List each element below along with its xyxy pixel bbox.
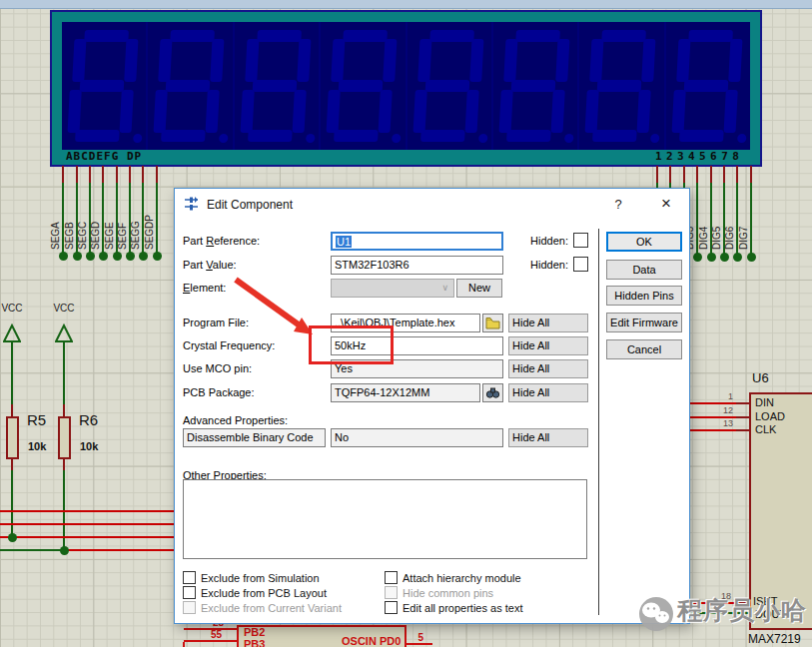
- net-label[interactable]: DIG4: [698, 227, 709, 250]
- pin-number: 13: [715, 418, 733, 428]
- seven-seg-digit: [148, 22, 234, 150]
- pin-name: PB2: [244, 626, 265, 638]
- cancel-button[interactable]: Cancel: [606, 339, 682, 359]
- display-pin[interactable]: [669, 166, 671, 183]
- wire[interactable]: [63, 342, 65, 404]
- program-file-label: Program File:: [183, 317, 249, 328]
- dialog-title: Edit Component: [207, 198, 293, 212]
- attach-hierarchy-checkbox[interactable]: [385, 571, 398, 584]
- display-pin[interactable]: [750, 166, 752, 183]
- wire[interactable]: [183, 642, 185, 647]
- chip-pin[interactable]: [406, 643, 432, 645]
- hidden-ref-checkbox[interactable]: [573, 233, 588, 248]
- wire[interactable]: [11, 470, 13, 538]
- attach-hierarchy-label: Attach hierarchy module: [403, 572, 521, 584]
- seven-seg-digit: [235, 22, 321, 150]
- exclude-variant-checkbox: [183, 601, 196, 614]
- display-pin[interactable]: [710, 166, 712, 183]
- net-label[interactable]: SEGF: [117, 223, 128, 250]
- wire[interactable]: [690, 402, 736, 404]
- folder-icon: [485, 317, 500, 329]
- net-label[interactable]: SEGC: [77, 222, 88, 250]
- hide-common-pins-checkbox: [385, 586, 398, 599]
- net-label[interactable]: DIG6: [724, 227, 735, 250]
- chip-pin[interactable]: [736, 429, 749, 431]
- display-pin[interactable]: [76, 166, 78, 183]
- close-icon[interactable]: ×: [656, 194, 676, 214]
- crystal-frequency-visibility-combo[interactable]: Hide All: [508, 336, 588, 355]
- pcb-package-visibility-combo[interactable]: Hide All: [508, 383, 588, 402]
- program-file-visibility-combo[interactable]: Hide All: [508, 314, 588, 332]
- display-pin[interactable]: [116, 166, 118, 183]
- data-button[interactable]: Data: [606, 260, 682, 280]
- resistor-pin[interactable]: [11, 404, 13, 416]
- display-pin[interactable]: [129, 166, 131, 183]
- net-label[interactable]: DIG5: [711, 227, 722, 250]
- hidden-value-checkbox[interactable]: [573, 257, 588, 272]
- edit-all-properties-label: Edit all properties as text: [403, 602, 522, 614]
- other-properties-textarea[interactable]: [183, 479, 587, 559]
- net-label[interactable]: SEGG: [130, 221, 141, 250]
- part-value-input[interactable]: STM32F103R6: [331, 256, 503, 275]
- net-label[interactable]: SEGD: [90, 222, 101, 250]
- browse-file-button[interactable]: [482, 314, 503, 332]
- net-label[interactable]: SEGA: [50, 222, 61, 250]
- wire-dig7[interactable]: [750, 183, 752, 257]
- edit-firmware-button[interactable]: Edit Firmware: [606, 313, 682, 332]
- display-pin[interactable]: [736, 166, 738, 183]
- net-label[interactable]: SEGE: [104, 222, 115, 250]
- wire[interactable]: [690, 429, 736, 431]
- seven-segment-display[interactable]: ABCDEFG DP 12345678: [50, 10, 762, 167]
- seven-seg-digit: [579, 22, 665, 150]
- seven-seg-digit: [407, 22, 493, 150]
- exclude-pcb-checkbox[interactable]: [183, 586, 196, 599]
- search-package-button[interactable]: [482, 383, 503, 402]
- ok-button[interactable]: OK: [606, 232, 682, 252]
- resistor-pin[interactable]: [63, 404, 65, 416]
- wire[interactable]: [11, 342, 13, 404]
- net-label[interactable]: SEGB: [64, 222, 75, 250]
- chip-pin[interactable]: [736, 402, 749, 404]
- resistor-r6[interactable]: [58, 416, 71, 459]
- element-combo: [331, 279, 454, 298]
- resistor-pin[interactable]: [63, 459, 65, 470]
- display-pin[interactable]: [62, 166, 64, 183]
- part-reference-label: Part Reference:: [183, 235, 260, 247]
- resistor-r5[interactable]: [6, 416, 19, 459]
- junction-dot: [73, 252, 82, 261]
- chip-pin[interactable]: [736, 416, 749, 418]
- display-pin[interactable]: [723, 166, 725, 183]
- use-mco-visibility-combo[interactable]: Hide All: [508, 359, 588, 378]
- help-button[interactable]: ?: [610, 197, 626, 213]
- chip-ref: U6: [752, 370, 769, 385]
- display-pin[interactable]: [89, 166, 91, 183]
- pcb-package-combo[interactable]: TQFP64-12X12MM: [331, 383, 480, 402]
- hide-common-pins-label: Hide common pins: [403, 587, 493, 599]
- seven-seg-digit: [62, 22, 148, 150]
- use-mco-label: Use MCO pin:: [183, 362, 252, 374]
- advanced-value-combo[interactable]: No: [331, 428, 503, 447]
- display-pin[interactable]: [102, 166, 104, 183]
- display-pin[interactable]: [142, 166, 144, 183]
- junction-dot: [693, 253, 702, 262]
- advanced-property-combo[interactable]: Disassemble Binary Code: [183, 428, 326, 447]
- exclude-simulation-checkbox[interactable]: [183, 571, 196, 584]
- display-pin[interactable]: [696, 166, 698, 183]
- resistor-value: 10k: [28, 440, 46, 452]
- resistor-pin[interactable]: [11, 459, 13, 470]
- display-pin[interactable]: [656, 166, 658, 183]
- wire[interactable]: [0, 549, 64, 551]
- chip-pin[interactable]: [184, 640, 237, 642]
- display-pin[interactable]: [683, 166, 685, 183]
- dialog-titlebar[interactable]: Edit Component ? ×: [175, 189, 689, 219]
- edit-all-properties-checkbox[interactable]: [385, 601, 398, 614]
- new-element-button[interactable]: New: [456, 279, 502, 298]
- hidden-pins-button[interactable]: Hidden Pins: [606, 286, 682, 306]
- net-label[interactable]: SEGDP: [144, 215, 155, 250]
- part-reference-input[interactable]: U1: [331, 232, 503, 251]
- advanced-visibility-combo[interactable]: Hide All: [508, 428, 588, 447]
- net-label[interactable]: DIG7: [738, 227, 749, 250]
- junction-dot: [86, 252, 95, 261]
- display-pin[interactable]: [156, 166, 158, 183]
- wire-segdp[interactable]: [156, 183, 158, 256]
